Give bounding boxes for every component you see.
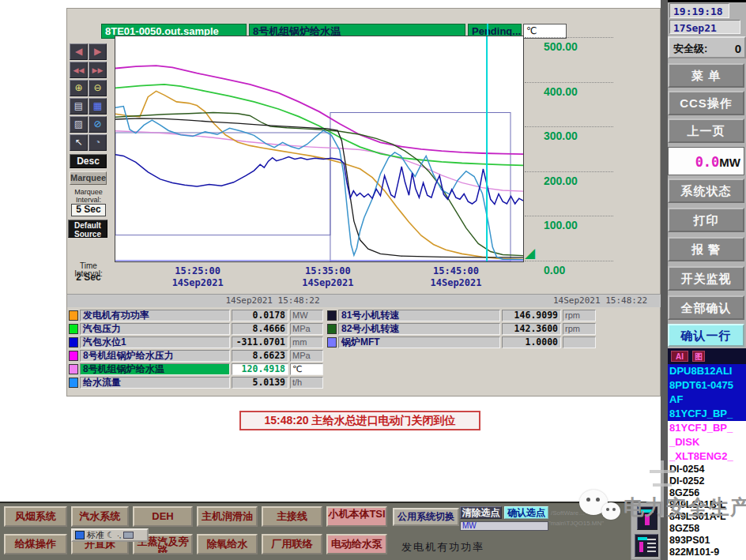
screen-nav-button[interactable]: 主机润滑油 <box>197 506 258 527</box>
alarm-item[interactable]: 893PS01 <box>668 535 746 547</box>
ime-fullhalf-icon[interactable]: ☾ <box>107 530 115 540</box>
alarm-point-list: DPU8B12ALI8PDT61-0475AF81YCFJ_BP_81YCFJ_… <box>668 364 746 560</box>
point-name-cell[interactable]: 汽包压力 <box>80 323 230 335</box>
time-interval-value: 2 Sec <box>65 273 112 281</box>
point-value-cell: 5.0139 <box>232 377 288 389</box>
point-value-cell: -311.0701 <box>232 336 288 348</box>
clock-button[interactable]: ◔ <box>89 134 107 151</box>
dcs-trend-screen: 8TE01-0050.out.sample 8号机组锅炉给水温 Pending.… <box>0 0 746 560</box>
watermark-tower-arm2 <box>653 483 672 487</box>
trend-pick-button[interactable]: ▨ <box>70 116 88 133</box>
y-tick-label: 200.00 <box>544 175 599 187</box>
step-back-button[interactable]: ◀ <box>70 43 88 60</box>
alarm-item[interactable]: 8PDT61-0475 <box>668 378 746 393</box>
step-forward-button[interactable]: ▶ <box>89 43 107 60</box>
power-unit: MW <box>719 156 740 169</box>
confirm-point-button[interactable]: 确认选点 <box>504 506 548 519</box>
y-tick-label: 400.00 <box>544 85 599 98</box>
ime-toolbar[interactable]: 标准 ☾ ·, <box>71 528 149 542</box>
alarm-item[interactable]: _DISK <box>668 435 746 449</box>
x-tick-date: 14Sep2021 <box>416 277 495 288</box>
screen-nav-button[interactable]: 汽水系统 <box>71 506 129 527</box>
alarm-item[interactable]: 8GZ58 <box>668 523 746 535</box>
screen-nav-button[interactable]: 风烟系统 <box>4 506 67 527</box>
security-level-panel: 安全级: 0 <box>668 36 746 58</box>
sidebar-button-1[interactable]: 菜 单 <box>668 63 744 88</box>
y-tick-label: 500.00 <box>544 40 599 53</box>
point-name-cell[interactable]: 发电机有功功率 <box>80 310 230 321</box>
screen-nav-button[interactable]: 厂用联络 <box>262 534 322 554</box>
point-name-cell[interactable]: 8号机组锅炉给水温 <box>80 363 230 375</box>
zoom-select-rect[interactable] <box>330 113 511 261</box>
fast-back-button[interactable]: ◀◀ <box>70 62 88 78</box>
point-color-swatch <box>69 364 78 374</box>
alarm-item[interactable]: DI-0252 <box>668 475 746 487</box>
screen-nav-button[interactable]: 主接线 <box>262 506 322 527</box>
sidebar-func-button-4[interactable]: 开关监视 <box>668 266 744 291</box>
window-list-button[interactable]: ▤ <box>70 98 88 115</box>
point-value-cell: 1.0000 <box>502 336 561 348</box>
screen-nav-button[interactable]: 给煤操作 <box>4 534 67 554</box>
utility-switch-button[interactable]: 公用系统切换 <box>393 508 459 526</box>
desc-button[interactable]: Desc <box>70 154 107 168</box>
fast-back-icon: ◀◀ <box>73 66 85 74</box>
pointer-button[interactable]: ↖ <box>70 134 88 151</box>
sidebar-func-button-3[interactable]: 报 警 <box>668 237 744 261</box>
point-unit-input[interactable]: MW <box>460 521 548 531</box>
point-name-cell[interactable]: 锅炉MFT <box>338 336 500 348</box>
sidebar-button-3[interactable]: 上一页 <box>668 118 744 143</box>
step-forward-icon: ▶ <box>94 46 101 57</box>
zoom-out-button[interactable]: ⊖ <box>89 80 107 96</box>
sidebar-button-2[interactable]: CCS操作 <box>668 91 744 115</box>
alarm-item[interactable]: _XLT8ENG2_ <box>668 449 746 464</box>
data-grid-button[interactable]: ▦ <box>89 98 107 115</box>
alarm-item[interactable]: 81YCFJ_BP_ <box>668 421 746 435</box>
trend-line <box>115 66 523 154</box>
wechat-icon-small <box>601 502 620 520</box>
alarm-tag-ai[interactable]: AI <box>671 351 688 362</box>
alarm-item[interactable]: DPU8B12ALI <box>668 364 746 378</box>
zoom-in-icon: ⊕ <box>74 82 82 93</box>
marquee-button[interactable]: Marquee <box>70 171 107 185</box>
y-tick-label: 300.00 <box>544 130 599 142</box>
fast-forward-button[interactable]: ▶▶ <box>89 62 107 78</box>
point-color-swatch <box>69 378 78 388</box>
ime-standard-label[interactable]: 标准 <box>87 529 104 541</box>
screen-nav-button[interactable]: DEH <box>133 506 193 527</box>
ime-keyboard-icon[interactable] <box>123 532 134 539</box>
alarm-tag-screen[interactable]: 图 <box>692 351 705 362</box>
y-gridline <box>525 82 613 83</box>
y-gridline <box>525 171 613 172</box>
ime-punct-icon[interactable]: ·, <box>117 532 122 539</box>
ime-mode-icon[interactable] <box>75 531 85 539</box>
screen-nav-button[interactable]: 除氧给水 <box>197 534 258 554</box>
alarm-item[interactable]: DI-0254 <box>668 464 746 475</box>
zoom-out-icon: ⊖ <box>93 82 101 93</box>
point-color-swatch <box>327 324 337 334</box>
point-unit-cell: MW <box>290 310 323 321</box>
alarm-item[interactable]: 822M101-9 <box>668 547 746 558</box>
marquee-interval-value[interactable]: 5 Sec <box>71 204 106 216</box>
point-unit-cell: t/h <box>290 377 323 389</box>
point-name-cell[interactable]: 81号小机转速 <box>338 310 500 321</box>
default-source-button[interactable]: Default Source <box>68 220 107 238</box>
trend-cursor-line[interactable] <box>487 24 488 36</box>
alarm-item[interactable]: AF <box>668 393 746 407</box>
sidebar-func-button-1[interactable]: 系统状态 <box>668 179 744 203</box>
sidebar-func-button-5[interactable]: 全部确认 <box>668 295 744 320</box>
confirm-line-button[interactable]: 确认一行 <box>668 324 744 347</box>
x-tick-time: 15:25:00 <box>158 265 237 276</box>
list-app-icon[interactable] <box>635 534 658 557</box>
disable-button[interactable]: ⊘ <box>89 116 107 133</box>
point-name-cell[interactable]: 82号小机转速 <box>338 323 500 335</box>
trend-plot-area[interactable] <box>115 36 524 262</box>
point-name-cell[interactable]: 给水流量 <box>80 377 230 389</box>
screen-nav-button[interactable]: 电动给水泵 <box>326 534 387 554</box>
zoom-in-button[interactable]: ⊕ <box>70 80 88 96</box>
screen-nav-button[interactable]: 小机本体TSI <box>326 506 387 527</box>
point-name-cell[interactable]: 汽包水位1 <box>80 336 230 348</box>
sidebar-func-button-2[interactable]: 打印 <box>668 208 744 232</box>
alarm-item[interactable]: 81YCFJ_BP_ <box>668 407 746 421</box>
clear-point-button[interactable]: 清除选点 <box>460 506 502 519</box>
point-name-cell[interactable]: 8号机组锅炉给水压力 <box>80 350 230 362</box>
